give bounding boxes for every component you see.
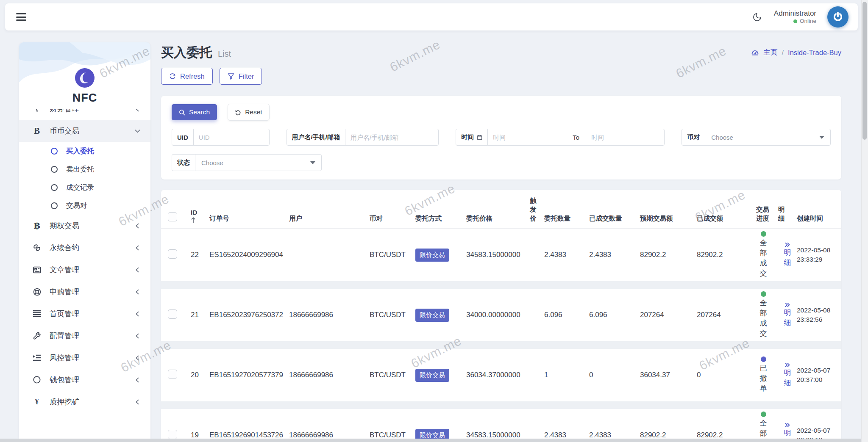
status-dot-icon [761, 412, 766, 417]
user-label: 用户名/手机/邮箱 [287, 129, 345, 145]
col-expected: 预期交易额 [640, 214, 697, 223]
sidebar-item-options-trade[interactable]: ฿ 期权交易 [19, 215, 150, 237]
search-button[interactable]: Search [172, 104, 217, 120]
sidebar-nav: 财务管理 B 币币交易 买入委托 卖出委托 [19, 109, 150, 439]
chevron-down-icon [135, 128, 140, 134]
double-arrow-icon [785, 242, 790, 247]
col-turnover: 已成交额 [697, 214, 756, 223]
bitcoin-icon: ฿ [32, 220, 42, 231]
user-name: Administrator [774, 9, 816, 18]
caret-down-icon [819, 136, 824, 139]
avatar[interactable] [827, 6, 849, 28]
row-checkbox[interactable] [168, 309, 177, 319]
horizontal-scrollbar[interactable] [0, 439, 861, 442]
sidebar-item-article-manage[interactable]: 文章管理 [19, 259, 150, 281]
sidebar-item-config-manage[interactable]: 配置管理 [19, 325, 150, 347]
sidebar-item-trading-pairs[interactable]: 交易对 [19, 196, 150, 215]
dashboard-icon [751, 49, 759, 57]
col-progress: 交易进度 [756, 205, 778, 223]
time-to-input[interactable] [586, 129, 664, 145]
row-checkbox[interactable] [168, 430, 177, 439]
menu-toggle-button[interactable] [16, 13, 26, 21]
detail-link[interactable]: 明细 [778, 242, 797, 268]
filter-button[interactable]: Filter [220, 68, 262, 85]
sidebar-item-finance[interactable]: 财务管理 [19, 109, 150, 120]
sidebar-item-wallet-manage[interactable]: 钱包管理 [19, 369, 150, 391]
main-content: 买入委托 List 主页 / Inside-Trade-Buy Refresh [161, 42, 841, 442]
indent-icon [32, 354, 42, 362]
row-checkbox[interactable] [168, 370, 177, 379]
row-checkbox[interactable] [168, 249, 177, 259]
col-id: ID [191, 209, 209, 223]
circle-icon [32, 376, 42, 384]
time-from-input[interactable] [488, 129, 566, 145]
dark-mode-toggle[interactable] [752, 11, 763, 22]
status-badge: 全部成交 [756, 291, 771, 338]
calendar-icon [477, 135, 482, 140]
merge-icon [32, 109, 42, 113]
col-filled: 已成交数量 [589, 214, 640, 223]
sidebar: NFC 财务管理 B 币币交易 买入委托 [19, 42, 150, 439]
sidebar-item-home-manage[interactable]: 首页管理 [19, 303, 150, 325]
circle-icon [51, 184, 58, 191]
select-all-checkbox[interactable] [168, 212, 177, 221]
chevron-left-icon [135, 355, 140, 361]
sidebar-item-trade-records[interactable]: 成交记录 [19, 178, 150, 196]
circle-icon [51, 148, 58, 155]
sidebar-item-staking-mining[interactable]: ¥ 质押挖矿 [19, 391, 150, 413]
sidebar-item-sell-orders[interactable]: 卖出委托 [19, 160, 150, 178]
created-time: 2022-05-08 23:33:29 [797, 246, 832, 265]
logo: NFC [19, 42, 150, 105]
row-gap [161, 401, 841, 409]
lines-icon [32, 310, 42, 318]
col-pair: 币对 [370, 214, 415, 223]
sort-asc-icon[interactable] [191, 217, 209, 223]
sidebar-item-risk-manage[interactable]: 风控管理 [19, 347, 150, 369]
undo-icon [235, 109, 241, 116]
pair-field-group: 币对 Choose [682, 129, 831, 146]
created-time: 2022-05-07 20:37:00 [797, 366, 832, 385]
order-type-badge: 限价交易 [415, 309, 449, 322]
row-gap [161, 341, 841, 349]
sidebar-item-spot-trade[interactable]: B 币币交易 [19, 120, 150, 142]
vertical-scrollbar-thumb[interactable] [862, 2, 867, 140]
refresh-icon [169, 73, 176, 80]
user-input[interactable] [345, 129, 438, 145]
caret-down-icon [310, 161, 315, 164]
chevron-left-icon [135, 399, 140, 405]
status-field-group: 状态 Choose [172, 154, 322, 171]
chevron-left-icon [135, 267, 140, 273]
page-title: 买入委托 [161, 44, 212, 61]
status-badge: 全部成交 [756, 231, 771, 278]
vertical-scrollbar-track[interactable] [861, 0, 868, 442]
status-badge: 全部成交 [756, 412, 771, 442]
sidebar-item-buy-orders[interactable]: 买入委托 [19, 142, 150, 160]
app: Administrator Online [0, 0, 868, 442]
newspaper-icon [32, 265, 42, 274]
orders-table: ID 订单号 用户 币对 委托方式 委托价格 触发价 委托数量 已成交数量 预期… [161, 190, 841, 442]
logo-icon [75, 68, 95, 88]
detail-link[interactable]: 明细 [778, 362, 797, 388]
sidebar-item-subscribe-manage[interactable]: 申购管理 [19, 281, 150, 303]
table-row: 21 EB1652023976250372 18666669986 BTC/US… [161, 289, 841, 341]
reset-button[interactable]: Reset [228, 104, 269, 120]
user-meta: Administrator Online [774, 9, 816, 25]
table-header: ID 订单号 用户 币对 委托方式 委托价格 触发价 委托数量 已成交数量 预期… [161, 190, 841, 229]
chevron-left-icon [135, 333, 140, 339]
breadcrumb-current: Inside-Trade-Buy [788, 49, 841, 57]
uid-field-group: UID [172, 129, 270, 146]
chevron-left-icon [135, 377, 140, 383]
col-order-type: 委托方式 [415, 214, 466, 223]
online-dot-icon [793, 19, 797, 23]
pair-select[interactable]: Choose [705, 129, 830, 145]
wrench-icon [32, 332, 42, 340]
uid-input[interactable] [194, 129, 269, 145]
detail-link[interactable]: 明细 [778, 302, 797, 328]
breadcrumb-home-link[interactable]: 主页 [763, 48, 777, 57]
sidebar-item-perpetual-contract[interactable]: 永续合约 [19, 237, 150, 259]
chevron-left-icon [135, 223, 140, 229]
status-dot-icon [761, 356, 766, 362]
status-select[interactable]: Choose [195, 155, 321, 171]
time-range-group: 时间 To [456, 129, 665, 146]
refresh-button[interactable]: Refresh [161, 68, 213, 85]
